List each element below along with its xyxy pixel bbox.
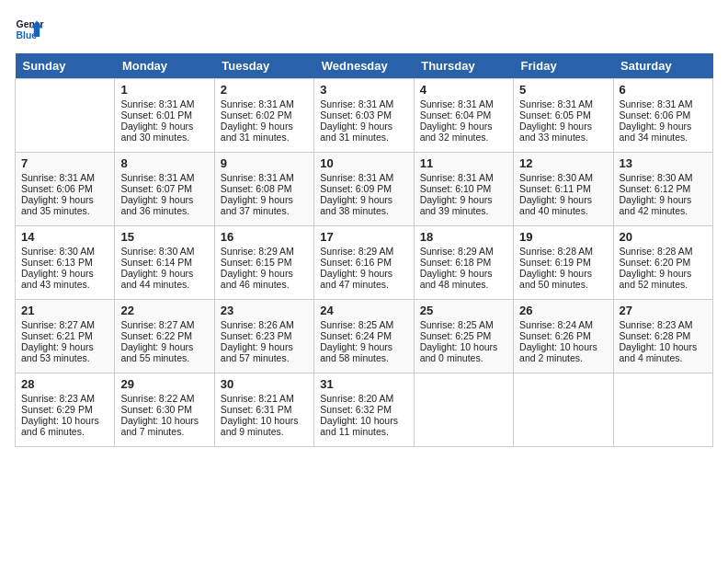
day-info: Sunrise: 8:26 AM: [221, 319, 308, 330]
day-info: and 36 minutes.: [120, 205, 208, 216]
calendar-cell: 16Sunrise: 8:29 AMSunset: 6:15 PMDayligh…: [214, 226, 313, 300]
day-info: Sunset: 6:31 PM: [221, 404, 308, 415]
day-info: Daylight: 9 hours: [320, 121, 407, 132]
calendar-cell: 31Sunrise: 8:20 AMSunset: 6:32 PMDayligh…: [314, 373, 414, 447]
calendar-week-1: 1Sunrise: 8:31 AMSunset: 6:01 PMDaylight…: [16, 79, 713, 153]
day-info: Sunset: 6:26 PM: [519, 330, 607, 341]
day-info: and 34 minutes.: [620, 132, 707, 143]
day-info: Sunrise: 8:28 AM: [519, 246, 607, 257]
day-info: and 35 minutes.: [21, 205, 108, 216]
day-info: and 32 minutes.: [420, 132, 507, 143]
day-info: Sunset: 6:04 PM: [420, 109, 507, 121]
day-info: Daylight: 9 hours: [519, 268, 607, 279]
day-info: Daylight: 9 hours: [21, 194, 108, 205]
day-info: Daylight: 10 hours: [320, 415, 407, 426]
day-number: 14: [21, 230, 108, 244]
day-info: and 58 minutes.: [320, 352, 407, 363]
day-number: 11: [420, 156, 507, 170]
day-info: Sunrise: 8:25 AM: [420, 319, 507, 330]
calendar-cell: 1Sunrise: 8:31 AMSunset: 6:01 PMDaylight…: [115, 79, 214, 153]
day-number: 26: [519, 304, 607, 317]
day-number: 23: [221, 304, 308, 317]
day-info: and 37 minutes.: [221, 205, 308, 216]
day-info: and 43 minutes.: [21, 279, 108, 290]
day-info: Sunrise: 8:31 AM: [320, 172, 407, 183]
day-info: and 47 minutes.: [320, 279, 407, 290]
day-number: 8: [120, 156, 208, 170]
day-info: Sunset: 6:22 PM: [120, 330, 208, 341]
day-number: 7: [21, 156, 108, 170]
day-number: 2: [221, 83, 308, 97]
day-info: Daylight: 9 hours: [620, 121, 707, 132]
day-info: Sunrise: 8:23 AM: [620, 319, 707, 330]
day-info: Sunset: 6:03 PM: [320, 109, 407, 121]
calendar-cell: 15Sunrise: 8:30 AMSunset: 6:14 PMDayligh…: [115, 226, 214, 300]
day-info: and 50 minutes.: [519, 279, 607, 290]
day-number: 17: [320, 230, 407, 244]
weekday-header-friday: Friday: [514, 53, 613, 79]
day-info: Daylight: 9 hours: [320, 194, 407, 205]
day-info: Daylight: 9 hours: [620, 194, 707, 205]
day-info: Daylight: 9 hours: [120, 194, 208, 205]
day-info: and 2 minutes.: [519, 352, 607, 363]
day-info: and 44 minutes.: [120, 279, 208, 290]
day-number: 9: [221, 156, 308, 170]
day-info: Sunrise: 8:30 AM: [21, 246, 108, 257]
day-info: and 31 minutes.: [221, 132, 308, 143]
day-number: 20: [620, 230, 707, 244]
calendar-cell: 17Sunrise: 8:29 AMSunset: 6:16 PMDayligh…: [314, 226, 414, 300]
calendar-cell: 25Sunrise: 8:25 AMSunset: 6:25 PMDayligh…: [414, 300, 513, 373]
day-info: and 42 minutes.: [620, 205, 707, 216]
day-number: 5: [519, 83, 607, 97]
day-info: and 46 minutes.: [221, 279, 308, 290]
day-number: 25: [420, 304, 507, 317]
day-info: Sunset: 6:20 PM: [620, 257, 707, 268]
day-info: Daylight: 9 hours: [420, 268, 507, 279]
calendar-cell: 24Sunrise: 8:25 AMSunset: 6:24 PMDayligh…: [314, 300, 414, 373]
day-info: and 4 minutes.: [620, 352, 707, 363]
day-info: Sunset: 6:30 PM: [120, 404, 208, 415]
day-info: Sunset: 6:13 PM: [21, 257, 108, 268]
day-number: 13: [620, 156, 707, 170]
weekday-header-saturday: Saturday: [613, 53, 712, 79]
logo: General Blue: [15, 15, 44, 44]
logo-icon: General Blue: [15, 15, 44, 44]
day-info: Sunrise: 8:30 AM: [120, 246, 208, 257]
day-info: and 52 minutes.: [620, 279, 707, 290]
day-info: Sunset: 6:16 PM: [320, 257, 407, 268]
day-info: and 9 minutes.: [221, 426, 308, 437]
day-info: Sunrise: 8:31 AM: [620, 98, 707, 109]
day-info: Daylight: 9 hours: [21, 268, 108, 279]
day-number: 15: [120, 230, 208, 244]
calendar-cell: [613, 373, 712, 447]
day-info: Daylight: 10 hours: [120, 415, 208, 426]
day-number: 19: [519, 230, 607, 244]
day-info: Daylight: 9 hours: [320, 341, 407, 352]
calendar-cell: 10Sunrise: 8:31 AMSunset: 6:09 PMDayligh…: [314, 153, 414, 226]
day-info: Sunrise: 8:24 AM: [519, 319, 607, 330]
day-info: Sunrise: 8:30 AM: [620, 172, 707, 183]
day-info: Daylight: 9 hours: [320, 268, 407, 279]
calendar-cell: 30Sunrise: 8:21 AMSunset: 6:31 PMDayligh…: [214, 373, 313, 447]
day-info: Sunset: 6:05 PM: [519, 109, 607, 121]
page-header: General Blue: [15, 15, 713, 44]
day-info: Sunrise: 8:31 AM: [221, 172, 308, 183]
day-number: 27: [620, 304, 707, 317]
calendar-cell: 5Sunrise: 8:31 AMSunset: 6:05 PMDaylight…: [514, 79, 613, 153]
day-info: Daylight: 9 hours: [221, 121, 308, 132]
day-info: Sunset: 6:25 PM: [420, 330, 507, 341]
day-info: and 55 minutes.: [120, 352, 208, 363]
day-info: and 53 minutes.: [21, 352, 108, 363]
day-info: Sunset: 6:02 PM: [221, 109, 308, 121]
day-info: and 31 minutes.: [320, 132, 407, 143]
day-info: Daylight: 9 hours: [120, 268, 208, 279]
day-info: Sunset: 6:11 PM: [519, 183, 607, 194]
weekday-header-monday: Monday: [115, 53, 214, 79]
day-info: Daylight: 9 hours: [221, 268, 308, 279]
day-info: Sunset: 6:29 PM: [21, 404, 108, 415]
day-info: Daylight: 9 hours: [221, 341, 308, 352]
day-info: and 11 minutes.: [320, 426, 407, 437]
calendar-cell: 3Sunrise: 8:31 AMSunset: 6:03 PMDaylight…: [314, 79, 414, 153]
calendar-cell: 20Sunrise: 8:28 AMSunset: 6:20 PMDayligh…: [613, 226, 712, 300]
day-info: Sunrise: 8:25 AM: [320, 319, 407, 330]
